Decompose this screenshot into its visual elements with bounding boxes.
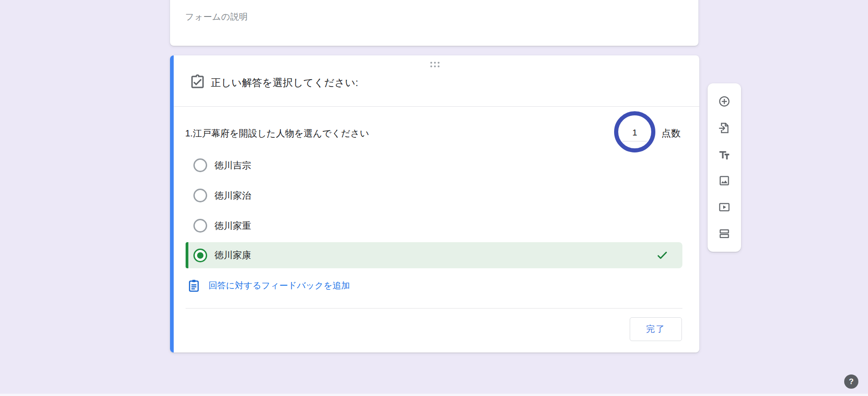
points-circle: 1 <box>614 111 655 152</box>
done-button[interactable]: 完了 <box>630 317 682 341</box>
drag-handle[interactable] <box>430 62 439 67</box>
option-label: 徳川家治 <box>214 190 251 202</box>
radio-unselected-icon[interactable] <box>193 189 207 202</box>
points-label: 点数 <box>661 127 681 140</box>
option-row[interactable]: 徳川家重 <box>193 217 251 235</box>
question-text: 1.江戸幕府を開設した人物を選んでください <box>185 127 369 140</box>
option-label: 徳川家重 <box>214 220 251 232</box>
option-label: 徳川吉宗 <box>214 159 251 172</box>
correct-answer-row[interactable]: 徳川家康 <box>186 242 682 268</box>
points-input[interactable]: 1 <box>622 128 647 141</box>
import-questions-button[interactable] <box>718 122 731 136</box>
footer-divider <box>186 308 682 309</box>
floating-toolbar <box>708 83 741 252</box>
form-description-input[interactable]: フォームの説明 <box>185 11 248 23</box>
section-icon <box>718 228 731 241</box>
question-card: 正しい解答を選択してください: 1.江戸幕府を開設した人物を選んでください 1 … <box>170 55 699 353</box>
image-icon <box>718 174 731 188</box>
import-questions-icon <box>718 122 731 136</box>
correct-check-icon <box>656 249 669 261</box>
add-feedback-label: 回答に対するフィードバックを追加 <box>209 280 350 292</box>
add-circle-icon <box>718 95 731 109</box>
add-video-button[interactable] <box>718 201 731 215</box>
add-image-button[interactable] <box>718 174 731 188</box>
option-row[interactable]: 徳川家治 <box>193 186 251 205</box>
add-feedback-link[interactable]: 回答に対するフィードバックを追加 <box>187 278 350 293</box>
form-description-card: フォームの説明 <box>170 0 698 46</box>
add-section-button[interactable] <box>718 228 731 241</box>
add-question-button[interactable] <box>718 95 731 109</box>
help-label: ? <box>849 377 853 386</box>
active-card-accent-bar <box>170 55 174 353</box>
radio-unselected-icon[interactable] <box>193 158 207 172</box>
option-label: 徳川家康 <box>214 249 251 261</box>
text-fields-icon <box>718 148 731 162</box>
option-row[interactable]: 徳川吉宗 <box>193 156 251 174</box>
radio-unselected-icon[interactable] <box>193 219 207 233</box>
help-button[interactable]: ? <box>844 374 858 389</box>
radio-selected-icon[interactable] <box>193 249 207 262</box>
feedback-clipboard-icon <box>187 279 201 293</box>
window-bottom-edge <box>0 394 868 396</box>
answer-key-clipboard-check-icon <box>189 74 206 90</box>
answer-key-title: 正しい解答を選択してください: <box>211 76 358 90</box>
header-divider <box>174 106 699 107</box>
add-title-button[interactable] <box>718 148 731 162</box>
video-icon <box>718 201 731 215</box>
